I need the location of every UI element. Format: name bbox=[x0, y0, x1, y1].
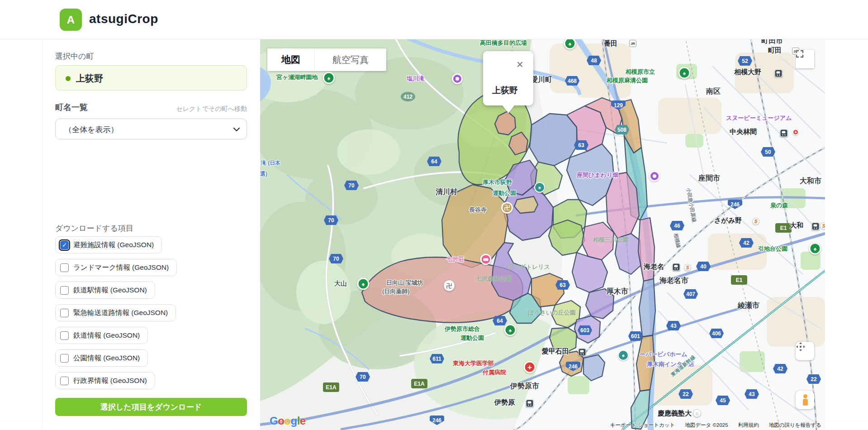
report-error-link[interactable]: 地図の誤りを報告する bbox=[769, 422, 821, 429]
download-option-label: ランドマーク情報 (GeoJSON) bbox=[73, 263, 169, 272]
download-option[interactable]: 公園情報 (GeoJSON) bbox=[55, 349, 148, 367]
download-option-label: 鉄道情報 (GeoJSON) bbox=[73, 331, 140, 340]
google-logo-letter: o bbox=[284, 415, 290, 427]
google-logo-letter: e bbox=[300, 415, 306, 427]
district-polygon bbox=[583, 355, 605, 381]
pegman-icon bbox=[802, 394, 809, 406]
app-header: A atsugiCrop bbox=[0, 0, 868, 39]
info-window-title: 上荻野 bbox=[492, 85, 518, 96]
app-logo: A bbox=[60, 9, 82, 31]
checkbox-unchecked[interactable] bbox=[60, 286, 69, 295]
download-option-label: 避難施設情報 (GeoJSON) bbox=[73, 240, 154, 250]
download-option[interactable]: 緊急輸送道路情報 (GeoJSON) bbox=[55, 304, 176, 321]
map-data-text: 地図データ ©2025 bbox=[685, 422, 728, 429]
google-logo-letter: G bbox=[270, 415, 278, 427]
map-attribution: キーボード ショートカット 地図データ ©2025 利用規約 地図の誤りを報告す… bbox=[610, 422, 821, 429]
app-logo-letter: A bbox=[67, 14, 75, 26]
download-option[interactable]: 鉄道情報 (GeoJSON) bbox=[55, 327, 148, 344]
chevron-down-icon bbox=[233, 126, 240, 133]
checkbox-unchecked[interactable] bbox=[60, 354, 69, 363]
map-type-control: 地図 航空写真 bbox=[267, 48, 386, 71]
page-title: atsugiCrop bbox=[89, 12, 158, 26]
pan-control-button[interactable] bbox=[796, 342, 814, 360]
map-canvas[interactable]: ♠♠♠♠♠♠♠♠卍卍+JRJRSSS⌂ 48524684121295085063… bbox=[260, 39, 825, 430]
town-list-hint: セレクトでその町へ移動 bbox=[176, 105, 247, 113]
checkbox-unchecked[interactable] bbox=[60, 263, 69, 272]
selected-town-label: 選択中の町 bbox=[55, 51, 94, 62]
selected-town-box: 上荻野 bbox=[55, 65, 247, 91]
checkbox-checked[interactable] bbox=[60, 241, 69, 249]
map-tiles bbox=[260, 39, 825, 430]
checkbox-unchecked[interactable] bbox=[60, 377, 69, 385]
town-select[interactable]: （全体を表示） bbox=[55, 119, 247, 139]
app-root: A atsugiCrop 選択中の町 上荻野 町名一覧 セレクトでその町へ移動 … bbox=[0, 0, 868, 430]
fullscreen-button[interactable] bbox=[796, 50, 814, 68]
map-type-satellite-button[interactable]: 航空写真 bbox=[314, 48, 386, 71]
fullscreen-icon bbox=[796, 50, 804, 58]
selected-town-dot-icon bbox=[66, 76, 71, 81]
close-icon[interactable]: × bbox=[517, 58, 523, 70]
pegman-button[interactable] bbox=[796, 391, 814, 409]
download-items-label: ダウンロードする項目 bbox=[55, 223, 133, 234]
download-button[interactable]: 選択した項目をダウンロード bbox=[55, 398, 247, 416]
sidebar-divider bbox=[42, 39, 43, 430]
town-list-label: 町名一覧 bbox=[55, 102, 88, 113]
download-option[interactable]: 鉄道駅情報 (GeoJSON) bbox=[55, 282, 155, 299]
download-option[interactable]: 行政界情報 (GeoJSON) bbox=[55, 372, 155, 389]
map-type-map-button[interactable]: 地図 bbox=[267, 48, 314, 71]
download-option[interactable]: 避難施設情報 (GeoJSON) bbox=[55, 236, 162, 253]
checkbox-unchecked[interactable] bbox=[60, 331, 69, 340]
google-logo-letter: o bbox=[278, 415, 284, 427]
download-option-label: 緊急輸送道路情報 (GeoJSON) bbox=[73, 308, 168, 318]
sidebar: 選択中の町 上荻野 町名一覧 セレクトでその町へ移動 （全体を表示） ダウンロー… bbox=[55, 39, 247, 430]
google-logo[interactable]: Google bbox=[270, 415, 306, 427]
google-logo-letter: g bbox=[291, 415, 297, 427]
district-polygon bbox=[615, 234, 641, 274]
checkbox-unchecked[interactable] bbox=[60, 309, 69, 317]
keyboard-shortcuts-button[interactable]: キーボード ショートカット bbox=[610, 422, 675, 429]
download-option[interactable]: ランドマーク情報 (GeoJSON) bbox=[55, 259, 177, 276]
info-window: × 上荻野 bbox=[483, 51, 533, 105]
download-option-label: 公園情報 (GeoJSON) bbox=[73, 354, 140, 363]
download-option-label: 行政界情報 (GeoJSON) bbox=[73, 376, 147, 386]
selected-town-value: 上荻野 bbox=[76, 72, 103, 85]
town-select-value: （全体を表示） bbox=[64, 124, 118, 135]
download-option-label: 鉄道駅情報 (GeoJSON) bbox=[73, 286, 147, 295]
district-polygon bbox=[514, 196, 538, 213]
pan-icon bbox=[796, 342, 806, 352]
terms-link[interactable]: 利用規約 bbox=[738, 422, 759, 429]
district-polygon bbox=[560, 351, 583, 376]
